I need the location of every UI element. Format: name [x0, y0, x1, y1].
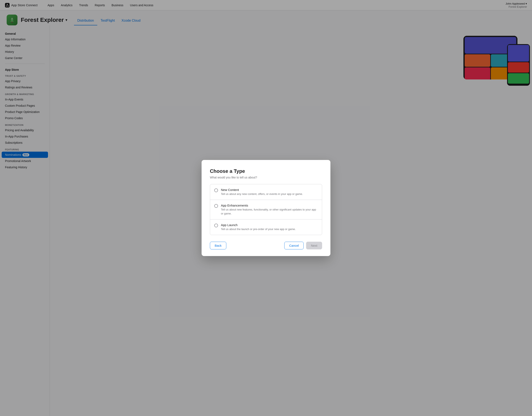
radio-text-app-enhancements: App Enhancements Tell us about new featu…: [221, 204, 318, 215]
radio-desc-app-enhancements: Tell us about new features, functionalit…: [221, 208, 318, 215]
radio-option-new-content[interactable]: New Content Tell us about any new conten…: [210, 184, 322, 200]
radio-desc-new-content: Tell us about any new content, offers, o…: [221, 192, 303, 196]
radio-label-app-enhancements: App Enhancements: [221, 204, 318, 207]
radio-label-new-content: New Content: [221, 188, 303, 192]
cancel-button[interactable]: Cancel: [284, 242, 304, 249]
modal-title: Choose a Type: [210, 168, 322, 174]
modal-overlay[interactable]: Choose a Type What would you like to tel…: [0, 0, 532, 416]
radio-circle-new-content: [214, 188, 218, 192]
radio-option-app-launch[interactable]: App Launch Tell us about the launch or p…: [210, 219, 322, 235]
radio-option-app-enhancements[interactable]: App Enhancements Tell us about new featu…: [210, 200, 322, 219]
radio-group: New Content Tell us about any new conten…: [210, 184, 322, 235]
radio-desc-app-launch: Tell us about the launch or pre-order of…: [221, 227, 296, 231]
radio-circle-app-launch: [214, 224, 218, 227]
modal-subtitle: What would you like to tell us about?: [210, 176, 322, 179]
radio-label-app-launch: App Launch: [221, 223, 296, 227]
back-button[interactable]: Back: [210, 242, 226, 249]
radio-text-new-content: New Content Tell us about any new conten…: [221, 188, 303, 196]
choose-type-modal: Choose a Type What would you like to tel…: [202, 160, 330, 256]
next-button[interactable]: Next: [306, 242, 322, 249]
radio-circle-app-enhancements: [214, 204, 218, 208]
modal-right-buttons: Cancel Next: [284, 242, 322, 249]
modal-footer: Back Cancel Next: [210, 242, 322, 249]
radio-text-app-launch: App Launch Tell us about the launch or p…: [221, 223, 296, 231]
